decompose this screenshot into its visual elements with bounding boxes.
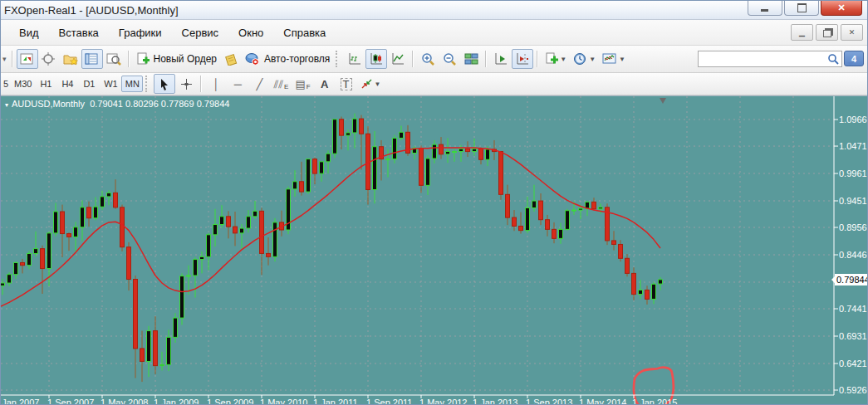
separator (412, 51, 414, 67)
dropdown-arrow-icon: ▼ (560, 56, 566, 63)
fibonacci-tool[interactable]: ▤F (292, 74, 313, 94)
trendline-tool[interactable]: ╱ (248, 74, 270, 94)
toolbar-grip[interactable] (145, 76, 150, 92)
timeframe-h1[interactable]: H1 (35, 76, 56, 92)
bar-chart-button[interactable] (344, 49, 365, 69)
zoom-out-icon (443, 52, 457, 66)
separator (485, 51, 487, 67)
text-tool[interactable]: A (314, 74, 336, 94)
autotrading-icon (245, 52, 260, 66)
y-axis-label: 0.69310 (839, 331, 867, 341)
auto-scroll-button[interactable] (490, 49, 512, 69)
vertical-line-tool[interactable]: │ (205, 74, 227, 94)
periods-button[interactable]: ▼ (570, 49, 599, 69)
horizontal-line-tool[interactable]: ─ (227, 74, 248, 94)
menu-charts[interactable]: Графики (109, 23, 172, 42)
timeframe-toolbar: 5 M30 H1 H4 D1 W1 MN │ ─ ╱ ⫽⫽E ▤F A T ▼ (1, 73, 867, 95)
x-axis-label: 1 Sep 2011 (366, 398, 412, 405)
crosshair-target-button[interactable] (38, 49, 60, 69)
navigator-icon (106, 52, 121, 66)
timeframe-m30[interactable]: M30 (11, 76, 35, 92)
line-chart-button[interactable] (387, 49, 409, 69)
label-icon: T (341, 78, 352, 90)
current-price-box: 0.79844 (835, 274, 867, 285)
template-icon (602, 52, 617, 66)
navigator-button[interactable] (103, 49, 125, 69)
x-axis-label: 1 May 2008 (101, 398, 148, 405)
text-label-tool[interactable]: T (336, 74, 357, 94)
clock-icon (573, 52, 587, 66)
separator (200, 76, 202, 92)
chart-marker-icon: ▾ (5, 101, 8, 109)
new-chart-button[interactable] (17, 49, 38, 69)
minimize-button[interactable] (748, 1, 782, 16)
templates-button[interactable]: ▼ (599, 49, 629, 69)
dropdown-arrow-icon: ▼ (619, 56, 625, 63)
x-axis-label: 1 May 2014 (579, 398, 626, 405)
toolbar-overflow-chevron[interactable]: ▾ (2, 56, 7, 63)
child-minimize-button[interactable]: ▁ (791, 24, 813, 41)
restore-icon (823, 30, 831, 37)
x-axis-label: 1 Sep 2009 (207, 398, 253, 405)
close-button[interactable]: ✕ (821, 1, 862, 16)
equidistant-channel-tool[interactable]: ⫽⫽E (270, 74, 292, 94)
timeframe-h4[interactable]: H4 (56, 76, 78, 92)
timeframe-m15[interactable]: 5 (1, 76, 11, 92)
menu-window[interactable]: Окно (228, 23, 273, 42)
separator (128, 51, 130, 67)
timeframe-mn[interactable]: MN (121, 76, 143, 92)
cursor-tool-button[interactable] (154, 74, 175, 94)
search-area (698, 51, 839, 67)
chart-symbol: AUDUSD,Monthly (12, 99, 85, 109)
chart-plot[interactable] (1, 96, 867, 405)
search-input[interactable] (698, 51, 842, 67)
toolbar-grip[interactable] (336, 51, 340, 67)
cursor-icon (159, 78, 170, 90)
title-bar: FXOpen-Real1 - [AUDUSD,Monthly] ✕ (1, 1, 867, 20)
child-close-button[interactable]: ✕ (841, 24, 863, 41)
trendline-icon: ╱ (256, 79, 262, 90)
x-axis-label: 1 Sep 2013 (526, 398, 572, 405)
line-chart-icon (391, 52, 405, 66)
indicators-icon (545, 52, 558, 66)
y-axis-label: 0.74410 (839, 304, 867, 314)
new-order-icon (136, 52, 150, 66)
chart-shift-button[interactable] (512, 49, 533, 69)
timeframe-w1[interactable]: W1 (100, 76, 121, 92)
menu-view[interactable]: Вид (9, 23, 49, 42)
zoom-in-button[interactable] (417, 49, 439, 69)
menu-insert[interactable]: Вставка (49, 23, 109, 42)
y-axis-label: 0.94510 (839, 196, 867, 206)
maximize-button[interactable] (784, 1, 819, 16)
market-watch-icon (85, 52, 99, 66)
chart-area[interactable]: ▾AUDUSD,Monthly 0.79041 0.80296 0.77869 … (1, 95, 867, 405)
folder-star-icon (63, 52, 78, 66)
child-restore-button[interactable] (816, 24, 838, 41)
menu-help[interactable]: Справка (273, 23, 336, 42)
chart-ohlc-values: 0.79041 0.80296 0.77869 0.79844 (90, 99, 229, 109)
dropdown-arrow-icon: ▼ (589, 56, 596, 63)
zoom-out-button[interactable] (439, 49, 460, 69)
auto-scroll-icon (494, 52, 508, 66)
vertical-line-icon: │ (213, 79, 219, 90)
candlestick-chart-button[interactable] (365, 49, 387, 69)
menu-tools[interactable]: Сервис (172, 23, 229, 42)
metaeditor-button[interactable] (220, 49, 242, 69)
new-order-button[interactable]: Новый Ордер (133, 49, 220, 69)
y-axis-label: 0.84460 (839, 250, 867, 260)
autotrading-button[interactable]: Авто-торговля (242, 49, 333, 69)
channel-icon: ⫽⫽ (273, 79, 283, 90)
target-icon (42, 52, 56, 66)
x-axis-label: 1 Sep 2007 (47, 398, 94, 405)
market-watch-button[interactable] (81, 49, 103, 69)
timeframe-d1[interactable]: D1 (78, 76, 100, 92)
crosshair-tool-button[interactable] (175, 74, 197, 94)
y-axis-label: 0.89560 (839, 222, 867, 232)
indicators-button[interactable]: ▼ (542, 49, 570, 69)
arrows-tool[interactable]: ▼ (357, 74, 385, 94)
metaeditor-icon (223, 52, 238, 66)
text-icon: A (321, 79, 328, 90)
tile-windows-button[interactable] (460, 49, 482, 69)
profiles-button[interactable] (60, 49, 81, 69)
notification-badge[interactable]: 4 (844, 51, 864, 66)
